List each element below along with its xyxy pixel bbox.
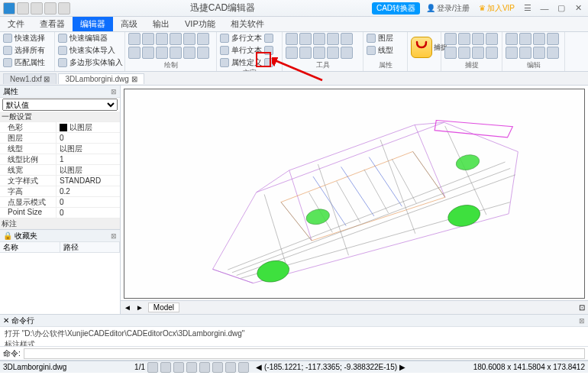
osnap-int-icon[interactable] [458, 47, 470, 59]
minimize-button[interactable]: — [538, 4, 551, 13]
prop-row[interactable]: 文字样式STANDARD [0, 176, 120, 186]
osnap-tan-icon[interactable] [486, 47, 498, 59]
tool-fillet-icon[interactable] [327, 47, 339, 59]
dtext-button[interactable]: 单行文本 [220, 45, 273, 56]
ribbon-tab-6[interactable]: 相关软件 [223, 17, 272, 31]
layer-button[interactable]: 图层 [367, 33, 393, 44]
status-otrack-icon[interactable] [212, 362, 223, 373]
tool-scale-icon[interactable] [313, 33, 325, 45]
draw-ellipse-icon[interactable] [142, 47, 154, 59]
edit-redo-icon[interactable] [519, 47, 531, 59]
favorites-col-name[interactable]: 名称 [0, 242, 60, 252]
prop-row[interactable]: 线型以图层 [0, 144, 120, 154]
osnap-cen-icon[interactable] [472, 33, 484, 45]
status-polar-icon[interactable] [186, 362, 197, 373]
draw-arc-icon[interactable] [128, 47, 141, 59]
property-grid[interactable]: 一般设置 色彩以图层图层0线型以图层线型比例1线宽以图层文字样式STANDARD… [0, 112, 120, 229]
tool-trim-icon[interactable] [313, 47, 325, 59]
osnap-end-icon[interactable] [444, 33, 457, 45]
textstyle-icon[interactable] [264, 46, 273, 55]
qat-print-icon[interactable] [58, 2, 70, 15]
command-input[interactable] [24, 348, 585, 359]
draw-line-icon[interactable] [128, 33, 141, 45]
prop-row[interactable]: 线宽以图层 [0, 165, 120, 176]
draw-cloud-icon[interactable] [197, 47, 209, 59]
tool-copy-icon[interactable] [286, 47, 298, 59]
osnap-mid-icon[interactable] [458, 33, 470, 45]
snap-big-button[interactable] [411, 37, 432, 58]
quick-select-button[interactable]: 快速选择 [3, 33, 45, 44]
qat-open-icon[interactable] [31, 2, 43, 15]
draw-block-icon[interactable] [183, 47, 195, 59]
edit-erase-icon[interactable] [547, 33, 559, 45]
props-selector[interactable]: 默认值 [2, 99, 118, 111]
login-button[interactable]: 👤登录/注册 [423, 3, 473, 14]
tool-chamfer-icon[interactable] [341, 47, 353, 59]
edit-undo-icon[interactable] [506, 47, 518, 59]
props-panel-close-icon[interactable]: ⊠ [111, 88, 117, 95]
model-prev-button[interactable]: ◄ [124, 303, 131, 312]
edit-break-icon[interactable] [519, 33, 531, 45]
favorites-col-path[interactable]: 路径 [60, 242, 121, 252]
status-snap-icon[interactable] [147, 362, 158, 373]
tool-offset-icon[interactable] [341, 33, 353, 45]
draw-spline-icon[interactable] [156, 47, 168, 59]
quick-entity-import-button[interactable]: 快速实体导入 [58, 45, 115, 56]
ribbon-tab-1[interactable]: 查看器 [32, 17, 73, 31]
favorites-list[interactable] [0, 253, 120, 314]
cad-converter-button[interactable]: CAD转换器 [372, 2, 420, 15]
draw-circle-icon[interactable] [197, 33, 209, 45]
prop-row[interactable]: 字高0.2 [0, 186, 120, 197]
app-menu-button[interactable] [3, 2, 15, 15]
maximize-button[interactable]: ▢ [554, 3, 568, 13]
search-text-icon[interactable] [264, 34, 273, 43]
command-close-icon[interactable]: ⊠ [579, 317, 585, 325]
qat-save-icon[interactable] [44, 2, 57, 15]
edit-explode-icon[interactable] [506, 33, 518, 45]
viewport-scroll-icon[interactable]: ⊡ [579, 303, 585, 312]
close-button[interactable]: ✕ [571, 3, 585, 13]
linetype-button[interactable]: 线型 [367, 45, 393, 56]
attdef-button[interactable]: 属性定义 [220, 57, 273, 68]
draw-rect-icon[interactable] [156, 33, 168, 45]
favorites-close-icon[interactable]: ⊠ [111, 232, 117, 240]
draw-hatch-icon[interactable] [170, 33, 182, 45]
doc-tab-1[interactable]: 3DLamborgini.dwg ⊠ [58, 73, 144, 84]
ribbon-tab-5[interactable]: VIP功能 [177, 17, 223, 31]
viewport[interactable] [124, 89, 585, 299]
window-options-button[interactable]: ☰ [521, 3, 535, 13]
model-tab[interactable]: Model [148, 302, 179, 312]
match-props-button[interactable]: 匹配属性 [3, 57, 45, 68]
status-grid-icon[interactable] [160, 362, 171, 373]
ribbon-tab-0[interactable]: 文件 [0, 17, 32, 31]
mtext-button[interactable]: 多行文本 [220, 33, 273, 44]
prop-row[interactable]: 图层0 [0, 133, 120, 144]
edit-join-icon[interactable] [533, 33, 545, 45]
quick-editor-button[interactable]: 快速编辑器 [58, 33, 108, 44]
tool-mirror-icon[interactable] [327, 33, 339, 45]
prop-row[interactable]: 点显示模式0 [0, 197, 120, 208]
tool-array-icon[interactable] [299, 47, 312, 59]
tool-rotate-icon[interactable] [299, 33, 312, 45]
osnap-per-icon[interactable] [472, 47, 484, 59]
ribbon-tab-4[interactable]: 输出 [145, 17, 177, 31]
ribbon-tab-2[interactable]: 编辑器 [73, 17, 113, 31]
model-next-button[interactable]: ► [136, 303, 144, 312]
prop-row[interactable]: 线型比例1 [0, 154, 120, 165]
status-osnap-icon[interactable] [199, 362, 210, 373]
select-all-button[interactable]: 选择所有 [3, 45, 45, 56]
qat-new-icon[interactable] [17, 2, 29, 15]
draw-polygon-icon[interactable] [183, 33, 195, 45]
osnap-nod-icon[interactable] [486, 33, 498, 45]
draw-polyline-icon[interactable] [142, 33, 154, 45]
osnap-qua-icon[interactable] [444, 47, 457, 59]
dimstyle-icon[interactable] [264, 58, 273, 67]
prop-row[interactable]: Point Size0 [0, 208, 120, 218]
tool-move-icon[interactable] [286, 33, 298, 45]
vip-button[interactable]: ♛加入VIP [476, 3, 518, 14]
edit-stretch-icon[interactable] [547, 47, 559, 59]
edit-extend-icon[interactable] [533, 47, 545, 59]
status-lwt-icon[interactable] [225, 362, 236, 373]
polygon-entity-button[interactable]: 多边形实体输入 [58, 57, 123, 68]
prop-row[interactable]: 色彩以图层 [0, 122, 120, 133]
